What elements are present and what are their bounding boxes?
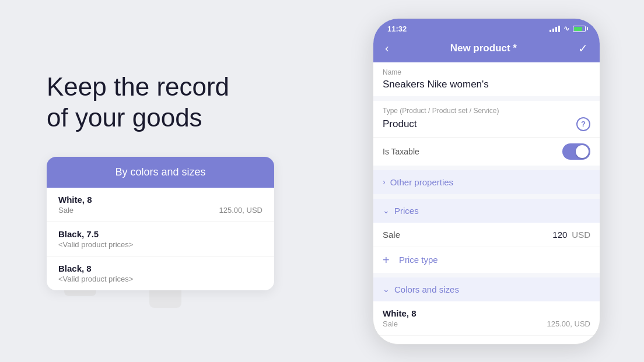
status-time: 11:32 [387, 24, 407, 33]
card-row-price-0: 125.00, USD [219, 206, 262, 215]
card-row-2: Black, 8 <Valid product prices> [47, 256, 274, 290]
prices-section[interactable]: ⌄ Prices [373, 199, 600, 223]
type-value: Product [383, 118, 417, 130]
chevron-down-icon-2: ⌄ [383, 284, 390, 294]
card-row-title-0: White, 8 [58, 195, 262, 205]
taxable-field: Is Taxable [373, 138, 600, 166]
colors-sizes-label: Colors and sizes [394, 284, 459, 294]
signal-bars-icon [550, 26, 560, 32]
card-header: By colors and sizes [47, 157, 274, 188]
signal-bar-2 [552, 29, 554, 32]
name-label: Name [383, 68, 590, 76]
chevron-right-icon: › [383, 177, 386, 187]
card-header-text: By colors and sizes [115, 166, 205, 178]
name-section: Name Sneakers Nike women's [373, 62, 600, 96]
variant-price-0: 125.00, USD [547, 319, 590, 328]
nav-bar: ‹ New product * ✓ [373, 37, 600, 62]
variant-row-0[interactable]: White, 8 Sale 125.00, USD [373, 301, 600, 336]
wifi-icon: ∿ [564, 24, 569, 33]
taxable-toggle[interactable] [562, 143, 590, 160]
right-section: 11:32 ∿ ‹ New product * ✓ [364, 18, 609, 345]
toggle-knob [576, 145, 589, 158]
headline: Keep the record of your goods [47, 72, 229, 133]
nav-title: New product * [450, 43, 517, 54]
help-icon[interactable]: ? [576, 117, 590, 131]
type-section: Type (Product / Product set / Service) P… [373, 101, 600, 166]
colors-sizes-section[interactable]: ⌄ Colors and sizes [373, 277, 600, 301]
signal-bar-3 [555, 27, 557, 32]
variants-card: By colors and sizes White, 8 Sale 125.00… [47, 157, 274, 290]
type-field[interactable]: Type (Product / Product set / Service) P… [373, 101, 600, 138]
variant-title-0: White, 8 [383, 308, 590, 318]
status-icons: ∿ [550, 24, 586, 33]
add-price-type-row[interactable]: + Price type [373, 247, 600, 273]
name-value: Sneakers Nike women's [383, 79, 590, 90]
other-properties-section[interactable]: › Other properties [373, 170, 600, 194]
signal-bar-4 [558, 26, 560, 32]
card-row-1: Black, 7.5 <Valid product prices> [47, 222, 274, 256]
card-row-label-0: Sale [58, 206, 74, 215]
sale-currency: USD [572, 230, 590, 240]
card-row-title-1: Black, 7.5 [58, 229, 262, 239]
chevron-down-icon: ⌄ [383, 206, 390, 215]
sale-label: Sale [383, 230, 400, 240]
status-bar: 11:32 ∿ [373, 19, 600, 37]
variant-title-1: Black, 7.5 [383, 343, 590, 344]
sale-amount: 120 [552, 230, 567, 240]
left-section: Keep the record of your goods By colors … [35, 72, 364, 290]
phone-mockup: 11:32 ∿ ‹ New product * ✓ [373, 18, 600, 345]
prices-label: Prices [394, 206, 419, 216]
card-row-0: White, 8 Sale 125.00, USD [47, 188, 274, 222]
variant-label-0: Sale [383, 319, 398, 328]
plus-icon: + [383, 254, 394, 266]
signal-bar-1 [550, 30, 551, 32]
taxable-label: Is Taxable [383, 147, 419, 156]
battery-icon [573, 26, 586, 32]
battery-fill [574, 27, 582, 31]
other-properties-label: Other properties [390, 177, 453, 187]
card-row-label-1: <Valid product prices> [58, 240, 133, 249]
add-price-type-label: Price type [399, 255, 438, 265]
card-row-label-2: <Valid product prices> [58, 275, 133, 283]
nav-back-button[interactable]: ‹ [385, 41, 389, 55]
nav-confirm-button[interactable]: ✓ [578, 41, 588, 55]
card-row-title-2: Black, 8 [58, 263, 262, 273]
type-label: Type (Product / Product set / Service) [383, 107, 590, 115]
phone-content: Name Sneakers Nike women's Type (Product… [373, 62, 600, 344]
sale-price-value: 120 USD [552, 230, 590, 240]
sale-price-row: Sale 120 USD [373, 223, 600, 247]
variant-row-1[interactable]: Black, 7.5 <Valid product prices> [373, 336, 600, 344]
name-field[interactable]: Name Sneakers Nike women's [373, 62, 600, 96]
